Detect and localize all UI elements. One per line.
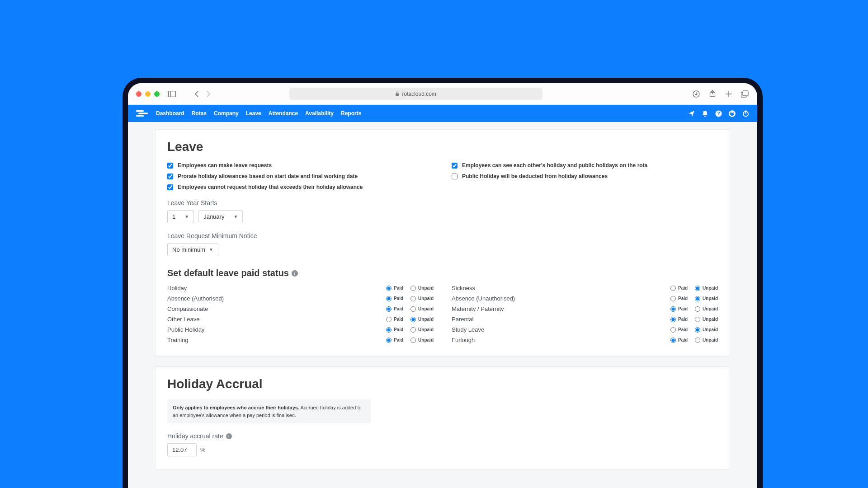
app-navbar: Dashboard Rotas Company Leave Attendance… [128, 105, 757, 122]
nav-attendance[interactable]: Attendance [269, 110, 298, 117]
paid-radio-label[interactable]: Paid [386, 286, 403, 291]
paid-radio-group: PaidUnpaid [386, 286, 434, 291]
paid-radio[interactable] [386, 317, 392, 322]
maximize-window-button[interactable] [154, 91, 160, 97]
unpaid-radio-label[interactable]: Unpaid [695, 306, 718, 312]
accrual-rate-unit: % [200, 446, 206, 453]
unpaid-radio-label[interactable]: Unpaid [695, 327, 718, 333]
leave-year-day-select[interactable]: 1 ▼ [167, 210, 194, 223]
nav-company[interactable]: Company [214, 110, 239, 117]
bell-icon[interactable] [701, 110, 708, 117]
paid-radio[interactable] [386, 286, 392, 291]
paid-radio-label[interactable]: Paid [386, 338, 403, 343]
leave-option-checkbox[interactable] [167, 184, 173, 190]
unpaid-radio[interactable] [695, 296, 700, 301]
unpaid-radio[interactable] [410, 296, 416, 301]
unpaid-radio[interactable] [410, 286, 416, 291]
sidebar-toggle-icon[interactable] [168, 90, 176, 98]
paid-radio-label[interactable]: Paid [670, 286, 688, 291]
unpaid-radio[interactable] [695, 306, 700, 312]
back-button[interactable] [193, 90, 200, 98]
unpaid-radio-label[interactable]: Unpaid [410, 286, 434, 291]
accrual-rate-input[interactable] [167, 443, 197, 456]
unpaid-radio[interactable] [410, 338, 416, 343]
unpaid-radio-label[interactable]: Unpaid [695, 338, 718, 343]
nav-reports[interactable]: Reports [341, 110, 361, 117]
paid-radio-label[interactable]: Paid [670, 317, 688, 322]
paid-radio-label[interactable]: Paid [670, 338, 688, 343]
paid-radio[interactable] [670, 317, 676, 322]
app-logo[interactable] [136, 109, 149, 117]
info-icon[interactable]: i [226, 433, 232, 439]
paid-radio[interactable] [670, 296, 676, 301]
unpaid-radio-text: Unpaid [703, 317, 718, 322]
leave-option-label: Employees can make leave requests [178, 162, 272, 169]
tabs-icon[interactable] [741, 90, 749, 98]
unpaid-radio-label[interactable]: Unpaid [410, 317, 434, 322]
unpaid-radio-label[interactable]: Unpaid [410, 296, 434, 301]
paid-radio-label[interactable]: Paid [386, 306, 403, 312]
paid-radio-label[interactable]: Paid [386, 317, 403, 322]
unpaid-radio[interactable] [695, 286, 700, 291]
leave-type-name: Public Holiday [167, 326, 386, 333]
paid-radio-label[interactable]: Paid [670, 327, 688, 333]
gear-icon[interactable] [728, 110, 736, 117]
paid-radio-text: Paid [394, 286, 403, 291]
close-window-button[interactable] [136, 91, 142, 97]
paid-radio[interactable] [386, 306, 392, 312]
nav-rotas[interactable]: Rotas [192, 110, 207, 117]
unpaid-radio[interactable] [695, 327, 700, 333]
help-icon[interactable]: ? [715, 110, 722, 117]
paid-radio-group: PaidUnpaid [386, 296, 434, 301]
unpaid-radio-label[interactable]: Unpaid [695, 317, 718, 322]
unpaid-radio-label[interactable]: Unpaid [695, 286, 718, 291]
paid-radio[interactable] [386, 327, 392, 333]
leave-option-row: Employees cannot request holiday that ex… [167, 184, 434, 190]
paid-radio[interactable] [670, 327, 676, 333]
downloads-icon[interactable] [692, 90, 700, 98]
unpaid-radio-label[interactable]: Unpaid [410, 338, 434, 343]
device-frame: rotacloud.com [123, 78, 763, 488]
paid-radio-label[interactable]: Paid [670, 296, 688, 301]
unpaid-radio-label[interactable]: Unpaid [410, 306, 434, 312]
minimize-window-button[interactable] [145, 91, 151, 97]
nav-availability[interactable]: Availability [305, 110, 334, 117]
paid-radio[interactable] [670, 306, 676, 312]
new-tab-icon[interactable] [725, 90, 733, 98]
unpaid-radio[interactable] [410, 306, 416, 312]
leave-option-checkbox[interactable] [167, 174, 173, 179]
unpaid-radio[interactable] [695, 317, 700, 322]
leave-option-checkbox[interactable] [452, 174, 458, 179]
svg-rect-0 [168, 91, 175, 97]
lock-icon [395, 91, 399, 96]
svg-rect-8 [136, 115, 144, 117]
info-icon[interactable]: i [292, 270, 298, 277]
leave-type-name: Compassionate [167, 305, 386, 312]
leave-option-checkbox[interactable] [167, 163, 173, 169]
unpaid-radio-label[interactable]: Unpaid [695, 296, 718, 301]
share-icon[interactable] [708, 90, 717, 98]
nav-leave[interactable]: Leave [246, 110, 261, 117]
paid-radio[interactable] [670, 338, 676, 343]
paid-radio[interactable] [386, 338, 392, 343]
unpaid-radio[interactable] [410, 317, 416, 322]
paid-radio-label[interactable]: Paid [386, 296, 403, 301]
unpaid-radio-label[interactable]: Unpaid [410, 327, 434, 333]
nav-dashboard[interactable]: Dashboard [156, 110, 184, 117]
chevron-down-icon: ▼ [233, 214, 238, 219]
paid-radio[interactable] [670, 286, 676, 291]
paid-radio[interactable] [386, 296, 392, 301]
leave-option-checkbox[interactable] [452, 163, 458, 169]
forward-button[interactable] [205, 90, 212, 98]
unpaid-radio[interactable] [695, 338, 700, 343]
leave-year-month-select[interactable]: January ▼ [198, 210, 243, 223]
leave-type-row: HolidayPaidUnpaid [167, 285, 434, 291]
content-area: Leave Employees can make leave requestsE… [128, 122, 757, 488]
min-notice-select[interactable]: No minimum ▼ [167, 243, 218, 256]
paid-radio-label[interactable]: Paid [670, 306, 688, 312]
url-bar[interactable]: rotacloud.com [289, 88, 542, 100]
power-icon[interactable] [742, 110, 749, 117]
unpaid-radio[interactable] [410, 327, 416, 333]
send-icon[interactable] [688, 110, 695, 117]
paid-radio-label[interactable]: Paid [386, 327, 403, 333]
